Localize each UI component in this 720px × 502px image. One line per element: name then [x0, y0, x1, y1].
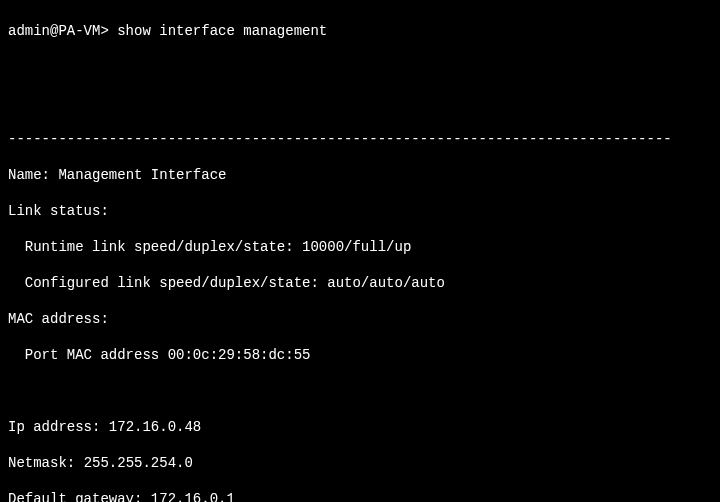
terminal-output: admin@PA-VM> show interface management -… — [0, 0, 720, 502]
configured-line: Configured link speed/duplex/state: auto… — [8, 274, 712, 292]
shell-command: show interface management — [117, 23, 327, 39]
gateway-value: 172.16.0.1 — [151, 491, 235, 502]
name-label: Name: — [8, 167, 58, 183]
shell-prompt: admin@PA-VM> — [8, 23, 117, 39]
interface-name-line: Name: Management Interface — [8, 166, 712, 184]
port-mac-line: Port MAC address 00:0c:29:58:dc:55 — [8, 346, 712, 364]
prompt-line[interactable]: admin@PA-VM> show interface management — [8, 22, 712, 40]
gateway-line: Default gateway: 172.16.0.1 — [8, 490, 712, 502]
mac-label: MAC address: — [8, 310, 712, 328]
ip-line: Ip address: 172.16.0.48 — [8, 418, 712, 436]
ip-value: 172.16.0.48 — [109, 419, 201, 435]
separator: ----------------------------------------… — [8, 130, 712, 148]
configured-label: Configured link speed/duplex/state: — [8, 275, 327, 291]
port-mac-value: 00:0c:29:58:dc:55 — [168, 347, 311, 363]
netmask-line: Netmask: 255.255.254.0 — [8, 454, 712, 472]
link-status-label: Link status: — [8, 202, 712, 220]
gateway-label: Default gateway: — [8, 491, 151, 502]
ip-label: Ip address: — [8, 419, 109, 435]
port-mac-label: Port MAC address — [8, 347, 168, 363]
netmask-label: Netmask: — [8, 455, 84, 471]
runtime-line: Runtime link speed/duplex/state: 10000/f… — [8, 238, 712, 256]
netmask-value: 255.255.254.0 — [84, 455, 193, 471]
runtime-value: 10000/full/up — [302, 239, 411, 255]
name-value: Management Interface — [58, 167, 226, 183]
configured-value: auto/auto/auto — [327, 275, 445, 291]
runtime-label: Runtime link speed/duplex/state: — [8, 239, 302, 255]
